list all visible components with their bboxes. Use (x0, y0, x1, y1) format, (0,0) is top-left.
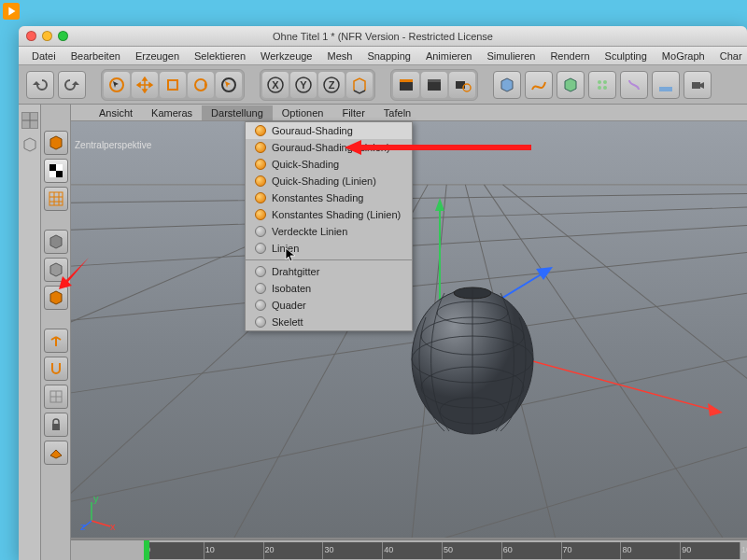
annotation-arrow-2 (345, 138, 531, 157)
move-tool[interactable] (132, 72, 158, 98)
svg-rect-29 (56, 171, 63, 177)
vtab-optionen[interactable]: Optionen (273, 105, 333, 120)
menu-quader[interactable]: Quader (246, 297, 412, 314)
workplane-mode-button[interactable] (44, 441, 68, 465)
sphere-icon (255, 316, 266, 328)
snap-mode-button[interactable] (44, 385, 68, 409)
menu-gouraud[interactable]: Gouraud-Shading (246, 122, 412, 139)
timeline-tick-label: 30 (324, 545, 333, 554)
redo-button[interactable] (58, 71, 86, 99)
menu-mesh[interactable]: Mesh (319, 48, 359, 64)
axis-mode-button[interactable] (44, 329, 68, 353)
menu-mograph[interactable]: MoGraph (655, 48, 712, 64)
menu-isobaten[interactable]: Isobaten (246, 280, 412, 297)
timeline-tick-label: 100 (741, 545, 747, 554)
point-mode-button[interactable] (44, 230, 68, 254)
menu-selektieren[interactable]: Selektieren (187, 48, 253, 64)
menu-konstant-linien[interactable]: Konstantes Shading (Linien) (246, 206, 412, 223)
menu-konstant[interactable]: Konstantes Shading (246, 189, 412, 206)
model-mode-button[interactable] (44, 131, 68, 155)
menu-animieren[interactable]: Animieren (418, 48, 480, 64)
svg-rect-22 (659, 87, 672, 91)
menu-simulieren[interactable]: Simulieren (479, 48, 543, 64)
lasso-tool[interactable] (216, 72, 242, 98)
menu-char[interactable]: Char (712, 48, 747, 64)
svg-point-5 (222, 78, 235, 91)
y-axis-toggle[interactable]: Y (290, 72, 317, 98)
svg-point-19 (603, 80, 607, 84)
sphere-icon (255, 125, 266, 136)
x-axis-toggle[interactable]: X (262, 72, 289, 98)
svg-point-18 (598, 80, 601, 84)
svg-rect-14 (428, 81, 441, 91)
primitive-button[interactable] (493, 71, 521, 99)
zoom-icon[interactable] (58, 31, 68, 41)
z-axis-toggle[interactable]: Z (318, 72, 345, 98)
menu-verdeckte[interactable]: Verdeckte Linien (246, 223, 412, 240)
deformer-button[interactable] (620, 71, 648, 99)
minimize-icon[interactable] (42, 31, 52, 41)
sphere-icon (255, 175, 266, 187)
menu-quick[interactable]: Quick-Shading (246, 156, 412, 173)
nurbs-button[interactable] (557, 71, 585, 99)
sphere-icon (255, 266, 266, 277)
mouse-cursor-icon (285, 247, 300, 262)
vtab-ansicht[interactable]: Ansicht (90, 105, 142, 120)
rotate-tool[interactable] (188, 72, 214, 98)
viewport-tabbar: Ansicht Kameras Darstellung Optionen Fil… (71, 105, 747, 121)
array-button[interactable] (588, 71, 616, 99)
menu-skelett[interactable]: Skelett (246, 314, 412, 330)
menu-werkzeuge[interactable]: Werkzeuge (253, 48, 319, 64)
svg-text:Z: Z (329, 79, 335, 91)
camera-button[interactable] (684, 71, 712, 99)
sphere-icon (255, 283, 266, 294)
texture-mode-button[interactable] (44, 159, 68, 183)
sphere-icon (255, 142, 266, 153)
titlebar: Ohne Titel 1 * (NFR Version - Restricted… (19, 26, 747, 47)
scale-tool[interactable] (160, 72, 186, 98)
svg-rect-3 (168, 80, 177, 90)
vtab-kameras[interactable]: Kameras (142, 105, 202, 120)
vtab-filter[interactable]: Filter (332, 105, 374, 120)
menu-rendern[interactable]: Rendern (543, 48, 597, 64)
vtab-tafeln[interactable]: Tafeln (374, 105, 420, 120)
menu-quick-linien[interactable]: Quick-Shading (Linien) (246, 173, 412, 189)
menu-datei[interactable]: Datei (24, 48, 63, 64)
render-settings-button[interactable] (449, 72, 475, 98)
undo-button[interactable] (26, 71, 54, 99)
vtab-darstellung[interactable]: Darstellung (202, 105, 273, 120)
mini-axis-gizmo: y x z (80, 495, 118, 532)
svg-rect-12 (400, 81, 413, 91)
browser-play-tab (0, 0, 22, 22)
spline-button[interactable] (525, 71, 553, 99)
uv-mode-button[interactable] (44, 187, 68, 211)
window-controls (19, 31, 68, 41)
coord-system-button[interactable] (346, 72, 373, 98)
mesh-object[interactable] (398, 280, 547, 439)
sphere-icon (255, 192, 266, 203)
close-icon[interactable] (26, 31, 36, 41)
svg-marker-72 (59, 256, 91, 289)
lock-mode-button[interactable] (44, 413, 68, 437)
environment-button[interactable] (652, 71, 680, 99)
render-view-button[interactable] (393, 72, 419, 98)
menubar: Datei Bearbeiten Erzeugen Selektieren We… (19, 47, 747, 65)
timeline-playhead[interactable] (144, 540, 149, 560)
menu-snapping[interactable]: Snapping (359, 48, 418, 64)
menu-linien[interactable]: Linien (246, 240, 412, 257)
svg-point-2 (110, 78, 123, 91)
select-tool[interactable] (104, 72, 130, 98)
svg-rect-13 (400, 79, 413, 82)
timeline-tick-label: 40 (384, 545, 393, 554)
menu-sculpting[interactable]: Sculpting (598, 48, 655, 64)
timeline-track[interactable]: 0102030405060708090100 (144, 542, 740, 559)
menu-erzeugen[interactable]: Erzeugen (128, 48, 187, 64)
viewport-grid-icon[interactable] (21, 112, 38, 129)
sphere-icon (255, 300, 266, 311)
cube-outline-icon[interactable] (21, 136, 38, 153)
magnet-mode-button[interactable] (44, 357, 68, 381)
menu-drahtgitter[interactable]: Drahtgitter (246, 263, 412, 280)
render-picture-button[interactable] (421, 72, 447, 98)
timeline[interactable]: 0102030405060708090100 (71, 539, 747, 560)
menu-bearbeiten[interactable]: Bearbeiten (63, 48, 128, 64)
